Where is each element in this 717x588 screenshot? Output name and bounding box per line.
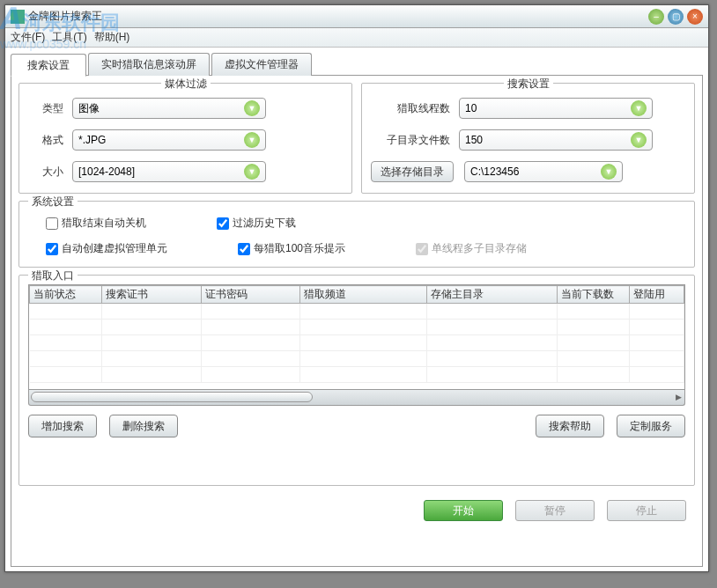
threads-label: 猎取线程数 [371, 101, 459, 116]
entry-legend: 猎取入口 [28, 268, 78, 283]
threads-input[interactable]: ▼ [459, 98, 653, 119]
resize-grip-icon[interactable]: ◢ [707, 574, 715, 586]
search-help-button[interactable]: 搜索帮助 [536, 415, 604, 437]
stop-button: 停止 [607, 500, 686, 521]
scrollbar-thumb[interactable] [31, 392, 313, 402]
subdir-input[interactable]: ▼ [459, 129, 653, 151]
format-dropdown[interactable]: ▼ [72, 129, 266, 151]
col-cert[interactable]: 搜索证书 [101, 286, 201, 304]
col-main-dir[interactable]: 存储主目录 [426, 286, 558, 304]
horizontal-scrollbar[interactable]: ◀ ▶ [28, 390, 685, 406]
table-row[interactable] [30, 367, 684, 383]
table-row[interactable] [30, 320, 684, 335]
dropdown-icon[interactable]: ▼ [244, 164, 260, 180]
entry-table[interactable]: 当前状态 搜索证书 证书密码 猎取频道 存储主目录 当前下载数 登陆用 [28, 284, 685, 390]
col-login[interactable]: 登陆用 [630, 286, 684, 304]
threads-value[interactable] [465, 102, 625, 114]
tab-realtime-scroll[interactable]: 实时猎取信息滚动屏 [88, 53, 210, 76]
subdir-value[interactable] [465, 134, 625, 146]
scroll-right-icon[interactable]: ▶ [671, 391, 685, 403]
main-window: 金牌图片搜索王 – ▢ × 文件(F) 工具(T) 帮助(H) 搜索设置 实时猎… [4, 4, 709, 572]
dropdown-icon[interactable]: ▼ [601, 164, 617, 180]
custom-service-button[interactable]: 定制服务 [617, 415, 685, 437]
menubar: 文件(F) 工具(T) 帮助(H) [5, 28, 708, 48]
tab-panel: 媒体过滤 类型 ▼ 格式 ▼ [11, 76, 703, 567]
app-icon [11, 10, 25, 24]
tab-virtual-file-manager[interactable]: 虚拟文件管理器 [211, 53, 312, 76]
col-status[interactable]: 当前状态 [30, 286, 102, 304]
format-label: 格式 [28, 133, 72, 148]
checkbox-100-music[interactable]: 每猎取100音乐提示 [238, 241, 345, 256]
type-value[interactable] [78, 102, 239, 114]
system-settings-legend: 系统设置 [28, 195, 78, 209]
type-dropdown[interactable]: ▼ [72, 98, 266, 119]
col-download-count[interactable]: 当前下载数 [558, 286, 630, 304]
titlebar[interactable]: 金牌图片搜索王 – ▢ × [5, 5, 708, 28]
search-settings-group: 搜索设置 猎取线程数 ▼ 子目录文件数 ▼ [361, 83, 695, 194]
menu-file[interactable]: 文件(F) [11, 30, 45, 45]
minimize-button[interactable]: – [648, 9, 664, 25]
size-dropdown[interactable]: ▼ [72, 161, 266, 182]
add-search-button[interactable]: 增加搜索 [28, 415, 97, 437]
menu-tools[interactable]: 工具(T) [52, 30, 86, 45]
checkbox-auto-virtual[interactable]: 自动创建虚拟管理单元 [46, 241, 167, 256]
col-channel[interactable]: 猎取频道 [300, 286, 426, 304]
dropdown-icon[interactable]: ▼ [631, 132, 647, 148]
table-header-row: 当前状态 搜索证书 证书密码 猎取频道 存储主目录 当前下载数 登陆用 [30, 286, 684, 304]
dir-input[interactable]: ▼ [464, 161, 623, 182]
choose-dir-button[interactable]: 选择存储目录 [371, 161, 454, 182]
delete-search-button[interactable]: 删除搜索 [109, 415, 178, 437]
format-value[interactable] [78, 134, 239, 146]
media-filter-group: 媒体过滤 类型 ▼ 格式 ▼ [18, 83, 352, 194]
maximize-button[interactable]: ▢ [668, 9, 684, 25]
checkbox-shutdown[interactable]: 猎取结束自动关机 [46, 216, 146, 231]
search-settings-legend: 搜索设置 [504, 77, 553, 92]
media-filter-legend: 媒体过滤 [161, 77, 211, 92]
menu-help[interactable]: 帮助(H) [94, 30, 130, 45]
size-value[interactable] [78, 165, 239, 178]
pause-button: 暂停 [515, 500, 595, 521]
dropdown-icon[interactable]: ▼ [244, 100, 260, 116]
close-button[interactable]: × [687, 9, 703, 25]
tab-bar: 搜索设置 实时猎取信息滚动屏 虚拟文件管理器 [11, 53, 703, 76]
dropdown-icon[interactable]: ▼ [631, 100, 647, 116]
system-settings-group: 系统设置 猎取结束自动关机 过滤历史下载 自动创建虚拟管理单元 每猎取100音乐… [18, 201, 695, 268]
checkbox-single-thread: 单线程多子目录存储 [416, 241, 527, 256]
size-label: 大小 [28, 165, 72, 180]
col-cert-pwd[interactable]: 证书密码 [201, 286, 300, 304]
tab-search-settings[interactable]: 搜索设置 [11, 54, 86, 77]
table-row[interactable] [30, 304, 684, 320]
table-row[interactable] [30, 335, 684, 351]
subdir-label: 子目录文件数 [371, 133, 459, 148]
start-button[interactable]: 开始 [424, 500, 503, 521]
checkbox-filter-history[interactable]: 过滤历史下载 [217, 216, 296, 231]
window-title: 金牌图片搜索王 [28, 9, 648, 24]
table-row[interactable] [30, 351, 684, 367]
dir-value[interactable] [470, 165, 595, 178]
dropdown-icon[interactable]: ▼ [244, 132, 260, 148]
entry-group: 猎取入口 当前状态 搜索证书 证书密码 猎取频道 存储主目录 [18, 275, 695, 486]
type-label: 类型 [28, 101, 72, 116]
